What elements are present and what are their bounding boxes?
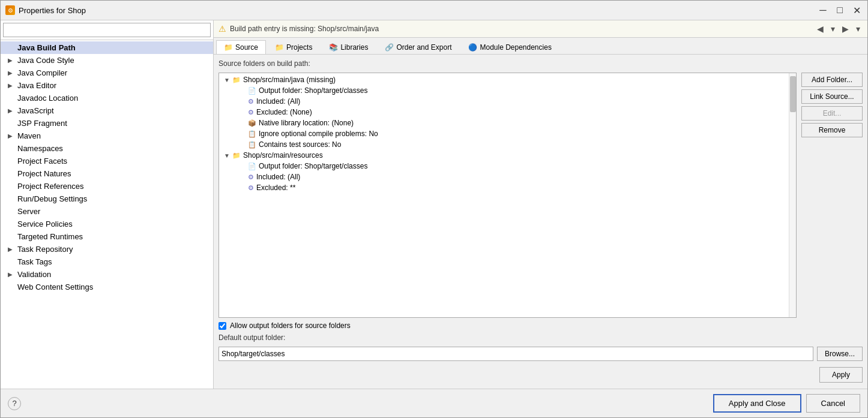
sidebar-item-java-compiler[interactable]: ▶ Java Compiler (1, 67, 213, 79)
tree-label-shop-src-main-java: Shop/src/main/java (missing) (243, 76, 336, 84)
module-tab-icon: 🔵 (468, 43, 477, 52)
maximize-button[interactable]: □ (834, 4, 846, 16)
tab-libraries[interactable]: 📚 Libraries (321, 40, 376, 54)
sidebar-item-java-build-path[interactable]: Java Build Path (1, 41, 213, 54)
sidebar-label-namespaces: Namespaces (17, 144, 63, 153)
tab-module-dependencies[interactable]: 🔵 Module Dependencies (460, 40, 559, 54)
apply-and-close-button[interactable]: Apply and Close (713, 394, 801, 413)
tree-item-excluded-1[interactable]: ⚙ Excluded: (None) (219, 107, 789, 118)
tree-scrollbar[interactable] (789, 73, 796, 317)
sidebar-item-server[interactable]: Server (1, 205, 213, 218)
tree-item-shop-src-main-java[interactable]: ▼ 📁 Shop/src/main/java (missing) (219, 74, 789, 85)
sidebar-item-project-natures[interactable]: Project Natures (1, 167, 213, 180)
tree-label-test-1: Contains test sources: No (259, 140, 341, 149)
nav-forward-button[interactable]: ▶ (840, 23, 851, 35)
sidebar-label-task-tags: Task Tags (17, 257, 52, 266)
setting-icon-3: ⚙ (248, 173, 254, 181)
bottom-bar: ? Apply and Close Cancel (1, 389, 867, 417)
title-controls: ─ □ ✕ (817, 4, 863, 16)
apply-button[interactable]: Apply (819, 367, 863, 383)
tree-item-output-folder-1[interactable]: 📄 Output folder: Shop/target/classes (219, 85, 789, 96)
output-icon-2: 📄 (248, 163, 256, 170)
browse-button[interactable]: Browse... (817, 347, 863, 361)
sidebar-item-maven[interactable]: ▶ Maven (1, 130, 213, 142)
tab-module-label: Module Dependencies (480, 43, 551, 52)
default-output-label: Default output folder: (219, 333, 863, 342)
edit-button[interactable]: Edit... (801, 106, 863, 121)
search-input[interactable] (3, 23, 211, 37)
main-window: ⚙ Properties for Shop ─ □ ✕ Java Build P… (0, 0, 868, 418)
tree-item-included-1[interactable]: ⚙ Included: (All) (219, 96, 789, 107)
tree-item-output-folder-2[interactable]: 📄 Output folder: Shop/target/classes (219, 161, 789, 172)
sidebar-item-task-tags[interactable]: Task Tags (1, 255, 213, 268)
right-buttons: Add Folder... Link Source... Edit... Rem… (797, 73, 863, 318)
help-button[interactable]: ? (8, 397, 21, 410)
panel-content: Source folders on build path: ▼ 📁 Shop/s… (214, 55, 867, 389)
tab-order-export[interactable]: 🔗 Order and Export (377, 40, 459, 54)
link-source-button[interactable]: Link Source... (801, 89, 863, 104)
sidebar-item-project-references[interactable]: Project References (1, 180, 213, 193)
sidebar-item-web-content-settings[interactable]: Web Content Settings (1, 281, 213, 293)
sidebar-item-jsp-fragment[interactable]: JSP Fragment (1, 117, 213, 130)
nav-back-button[interactable]: ◀ (815, 23, 826, 35)
tab-source[interactable]: 📁 Source (216, 40, 266, 54)
sidebar-item-task-repository[interactable]: ▶ Task Repository (1, 243, 213, 255)
sidebar-item-service-policies[interactable]: Service Policies (1, 218, 213, 230)
search-box (1, 20, 213, 40)
tree-item-ignore-compile-1[interactable]: 📋 Ignore optional compile problems: No (219, 128, 789, 139)
tree-label-included-1: Included: (All) (256, 97, 300, 106)
sidebar-label-server: Server (17, 207, 40, 216)
tab-projects[interactable]: 📁 Projects (267, 40, 320, 54)
sidebar-label-project-natures: Project Natures (17, 169, 71, 178)
sidebar-label-targeted-runtimes: Targeted Runtimes (17, 232, 83, 241)
ignore-icon-1: 📋 (248, 130, 256, 138)
close-button[interactable]: ✕ (851, 4, 863, 16)
source-tab-icon: 📁 (224, 43, 233, 52)
scrollbar-thumb (790, 76, 796, 112)
warning-nav: ◀ ▾ ▶ ▾ (815, 23, 863, 35)
sidebar-label-project-facets: Project Facets (17, 157, 67, 166)
sidebar-label-java-code-style: Java Code Style (17, 56, 74, 65)
cancel-button[interactable]: Cancel (806, 394, 860, 413)
folder-icon-2: 📁 (232, 152, 241, 160)
sidebar-label-maven: Maven (17, 131, 41, 140)
sidebar-label-validation: Validation (17, 270, 51, 279)
main-panel: ⚠ Build path entry is missing: Shop/src/… (214, 20, 867, 389)
sidebar-label-javascript: JavaScript (17, 106, 54, 115)
add-folder-button[interactable]: Add Folder... (801, 73, 863, 87)
tree-item-excluded-2[interactable]: ⚙ Excluded: ** (219, 182, 789, 193)
sidebar-item-project-facets[interactable]: Project Facets (1, 155, 213, 167)
tree-item-included-2[interactable]: ⚙ Included: (All) (219, 172, 789, 182)
setting-icon-2: ⚙ (248, 109, 254, 116)
remove-button[interactable]: Remove (801, 123, 863, 137)
sidebar-item-run-debug-settings[interactable]: Run/Debug Settings (1, 193, 213, 205)
sidebar-item-java-code-style[interactable]: ▶ Java Code Style (1, 54, 213, 67)
projects-tab-icon: 📁 (275, 43, 284, 52)
folder-missing-icon: 📁 (232, 76, 241, 84)
default-output-input[interactable] (219, 347, 813, 361)
tabs-bar: 📁 Source 📁 Projects 📚 Libraries 🔗 Order … (214, 38, 867, 55)
nav-dropdown2-button[interactable]: ▾ (854, 23, 863, 35)
sidebar-item-validation[interactable]: ▶ Validation (1, 268, 213, 281)
tree-item-test-sources-1[interactable]: 📋 Contains test sources: No (219, 139, 789, 150)
minimize-button[interactable]: ─ (817, 4, 829, 16)
allow-output-row: Allow output folders for source folders (219, 321, 863, 330)
tree-item-shop-src-main-resources[interactable]: ▼ 📁 Shop/src/main/resources (219, 150, 789, 161)
sidebar-label-project-references: Project References (17, 182, 84, 191)
order-tab-icon: 🔗 (385, 43, 394, 52)
allow-output-label[interactable]: Allow output folders for source folders (230, 321, 351, 330)
nav-dropdown-button[interactable]: ▾ (828, 23, 837, 35)
tree-item-native-lib-1[interactable]: 📦 Native library location: (None) (219, 118, 789, 128)
folders-label: Source folders on build path: (219, 59, 863, 68)
collapse-arrow: ▼ (224, 77, 232, 83)
sidebar-item-java-editor[interactable]: ▶ Java Editor (1, 79, 213, 92)
tree-scroll[interactable]: ▼ 📁 Shop/src/main/java (missing) 📄 Outpu… (219, 73, 789, 317)
tree-label-excluded-1: Excluded: (None) (256, 108, 312, 116)
sidebar-item-namespaces[interactable]: Namespaces (1, 142, 213, 155)
title-bar: ⚙ Properties for Shop ─ □ ✕ (1, 1, 867, 20)
sidebar-item-javascript[interactable]: ▶ JavaScript (1, 104, 213, 117)
sidebar-item-javadoc-location[interactable]: Javadoc Location (1, 92, 213, 104)
allow-output-checkbox[interactable] (219, 322, 226, 330)
sidebar-item-targeted-runtimes[interactable]: Targeted Runtimes (1, 230, 213, 243)
setting-icon-4: ⚙ (248, 184, 254, 192)
